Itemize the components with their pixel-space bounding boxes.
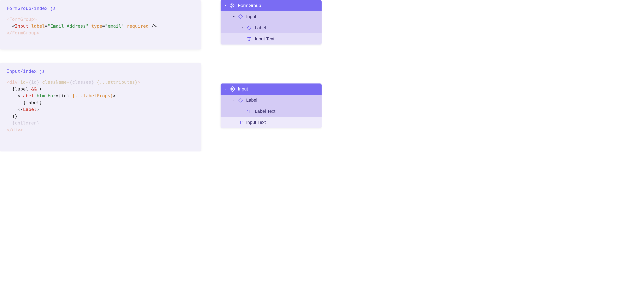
tree-row-label-node[interactable]: Label <box>220 94 322 106</box>
code-token: <div <box>6 80 18 85</box>
component-icon <box>230 3 235 8</box>
tree-row-label-text[interactable]: Label Text <box>220 106 322 117</box>
code-panel-formgroup: FormGroup/index.js <FormGroup> <Input la… <box>0 0 201 50</box>
code-token: "email" <box>105 24 124 29</box>
code-token: label <box>31 24 45 29</box>
component-icon <box>230 86 235 92</box>
code-token: < <box>6 24 15 29</box>
code-token <box>34 93 36 98</box>
code-token: Label <box>23 107 36 112</box>
tree-header[interactable]: Input <box>220 84 322 94</box>
svg-rect-4 <box>238 15 243 19</box>
code-token: && <box>31 86 37 92</box>
code-token: > <box>113 93 116 98</box>
svg-rect-5 <box>247 26 251 30</box>
code-token: className= <box>39 80 70 85</box>
tree-header[interactable]: FormGroup <box>220 0 322 11</box>
text-icon <box>246 109 252 114</box>
code-token: id= <box>18 80 28 85</box>
chevron-down-icon <box>224 4 227 7</box>
code-block: <FormGroup> <Input label="Email Address"… <box>6 16 194 36</box>
code-token: {children} <box>6 120 39 126</box>
code-token: Input <box>15 24 28 29</box>
code-token: < <box>6 93 20 98</box>
file-title: Input/index.js <box>6 69 194 74</box>
code-token: > <box>37 107 39 112</box>
instance-icon <box>238 14 243 20</box>
code-block: <div id={id} className={classes} {...att… <box>6 79 194 133</box>
tree-row-label: Input Text <box>255 36 274 42</box>
code-token: > <box>138 80 140 85</box>
code-token: ( <box>37 86 42 92</box>
tree-header-label: FormGroup <box>238 3 261 8</box>
tree-row-label-node[interactable]: Label <box>220 22 322 34</box>
code-token: Label <box>20 93 34 98</box>
code-token: {classes} <box>70 80 94 85</box>
code-token: = <box>56 93 58 98</box>
code-token <box>88 24 91 29</box>
code-token: </ <box>6 107 23 112</box>
chevron-down-icon <box>232 99 235 102</box>
tree-row-input[interactable]: Input <box>220 11 322 22</box>
tree-row-label: Label <box>246 98 257 103</box>
code-token: <FormGroup> <box>6 17 37 22</box>
code-token <box>28 24 31 29</box>
code-token: /> <box>149 24 157 29</box>
code-token: {label} <box>6 100 42 105</box>
layer-tree-formgroup: FormGroup Input Label Input Text <box>220 0 322 44</box>
text-icon <box>246 36 252 42</box>
chevron-down-icon <box>224 88 227 90</box>
code-panel-input: Input/index.js <div id={id} className={c… <box>0 63 201 152</box>
code-token: {...labelProps} <box>70 93 113 98</box>
tree-row-input-text[interactable]: Input Text <box>220 117 322 128</box>
code-token: </FormGroup> <box>6 30 39 36</box>
chevron-down-icon <box>232 16 235 18</box>
instance-icon <box>246 25 252 30</box>
tree-row-label: Label Text <box>255 109 276 114</box>
code-token: {label <box>6 86 31 92</box>
code-token: type <box>91 24 102 29</box>
file-title: FormGroup/index.js <box>6 6 194 11</box>
code-token: > <box>20 127 23 132</box>
tree-row-label: Label <box>255 25 266 30</box>
code-token: )} <box>6 114 18 119</box>
text-icon <box>238 120 243 125</box>
code-token: = <box>102 24 105 29</box>
instance-icon <box>238 98 243 103</box>
tree-header-label: Input <box>238 86 248 92</box>
code-token: div <box>12 127 20 132</box>
code-token: </ <box>6 127 12 132</box>
code-token: {...attributes} <box>94 80 138 85</box>
tree-row-input-text[interactable]: Input Text <box>220 34 322 44</box>
code-token: htmlFor <box>37 93 56 98</box>
code-token: required <box>127 24 149 29</box>
code-token: {id} <box>58 93 70 98</box>
code-token: "Email Address" <box>48 24 89 29</box>
tree-row-label: Input <box>246 14 256 20</box>
code-token: {id} <box>28 80 39 85</box>
chevron-right-icon <box>241 26 244 29</box>
tree-row-label: Input Text <box>246 120 266 125</box>
code-token: = <box>45 24 48 29</box>
layer-tree-input: Input Label Label Text Input Text <box>220 84 322 128</box>
code-token <box>124 24 127 29</box>
svg-rect-10 <box>238 98 243 102</box>
